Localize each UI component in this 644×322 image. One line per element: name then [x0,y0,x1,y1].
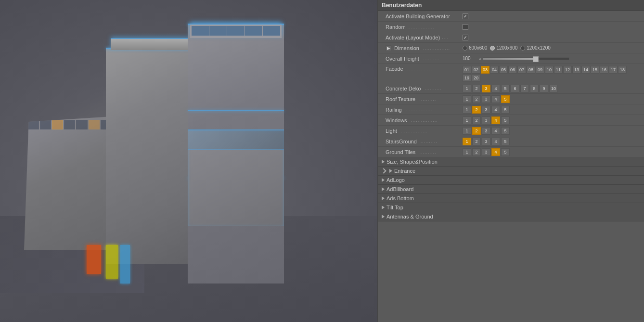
controls-concrete-deko[interactable]: 1 2 3 4 5 6 7 8 9 10 [463,85,558,92]
facade-btn-07[interactable]: 07 [517,66,526,74]
controls-activate-building-generator[interactable] [463,13,468,19]
height-slider-track[interactable] [483,57,569,60]
facade-btn-08[interactable]: 08 [527,66,535,74]
controls-facade[interactable]: 01 02 03 04 05 06 07 08 09 10 11 12 13 1… [463,66,631,82]
controls-railing[interactable]: 1 2 3 4 5 [463,106,510,114]
concrete-btn-8[interactable]: 8 [530,85,539,92]
light-btn-2[interactable]: 2 [472,127,481,135]
height-slider-thumb[interactable] [533,56,539,62]
windows-btn-5[interactable]: 5 [501,116,510,124]
roof-btn-4[interactable]: 4 [491,95,500,103]
row-activate-layout-mode[interactable]: Activate (Layout Mode) .... [378,32,644,43]
row-railing[interactable]: Railing ................ 1 2 3 4 5 [378,104,644,115]
radio-1200x600[interactable]: 1200x600 [490,45,517,51]
tiles-btn-3[interactable]: 3 [482,148,490,156]
stairs-btn-1[interactable]: 1 [463,138,471,145]
controls-roof-texture[interactable]: 1 2 3 4 5 [463,95,510,103]
facade-btn-04[interactable]: 04 [490,66,499,74]
stairs-btn-4[interactable]: 4 [491,138,500,145]
dimension-collapse-btn[interactable]: ▶ [386,45,391,51]
concrete-btn-7[interactable]: 7 [520,85,529,92]
facade-btn-01[interactable]: 01 [463,66,471,74]
section-adbillboard[interactable]: AdBillboard [378,185,644,194]
facade-btn-03[interactable]: 03 [481,66,489,74]
section-adlogo[interactable]: AdLogo [378,176,644,185]
checkbox-activate-building-generator[interactable] [463,13,468,19]
light-btn-1[interactable]: 1 [463,127,471,135]
row-dimension[interactable]: ▶ Dimension ................ 600x600 120… [378,43,644,53]
facade-btn-12[interactable]: 12 [563,66,572,74]
dimension-radio-group[interactable]: 600x600 1200x600 1200x1200 [463,45,551,51]
facade-btn-05[interactable]: 05 [499,66,508,74]
facade-btn-06[interactable]: 06 [508,66,517,74]
facade-btn-17[interactable]: 17 [609,66,618,74]
stairs-btn-2[interactable]: 2 [472,138,481,145]
roof-btn-5[interactable]: 5 [501,95,510,103]
row-facade[interactable]: Facade ................ 01 02 03 04 05 0… [378,64,644,83]
railing-btn-2[interactable]: 2 [472,106,481,114]
3d-viewport[interactable] [0,0,377,322]
railing-btn-1[interactable]: 1 [463,106,471,114]
concrete-btn-4[interactable]: 4 [491,85,500,92]
row-overall-height[interactable]: Overall Height .......... 180 [378,53,644,64]
controls-random[interactable] [463,24,468,30]
radio-600x600[interactable]: 600x600 [463,45,487,51]
railing-btn-5[interactable]: 5 [501,106,510,114]
section-ads-bottom[interactable]: Ads Bottom [378,194,644,203]
row-random[interactable]: Random ................ [378,22,644,32]
facade-btn-09[interactable]: 09 [536,66,544,74]
stairs-btn-3[interactable]: 3 [482,138,490,145]
tiles-btn-4[interactable]: 4 [491,148,500,156]
concrete-btn-1[interactable]: 1 [463,85,471,92]
facade-btn-13[interactable]: 13 [572,66,581,74]
row-stairs-ground[interactable]: StairsGround .......... 1 2 3 4 5 [378,136,644,147]
railing-btn-3[interactable]: 3 [482,106,490,114]
controls-windows[interactable]: 1 2 3 4 5 [463,116,510,124]
row-activate-building-generator[interactable]: Activate Building Generator [378,11,644,22]
tiles-btn-1[interactable]: 1 [463,148,471,156]
concrete-btn-5[interactable]: 5 [501,85,510,92]
row-ground-tiles[interactable]: Ground Tiles .......... 1 2 3 4 5 [378,147,644,157]
light-btn-5[interactable]: 5 [501,127,510,135]
concrete-btn-3[interactable]: 3 [482,85,490,92]
controls-activate-layout-mode[interactable] [463,35,468,40]
windows-btn-1[interactable]: 1 [463,116,471,124]
facade-btn-02[interactable]: 02 [472,66,480,74]
facade-btn-10[interactable]: 10 [545,66,554,74]
concrete-btn-10[interactable]: 10 [549,85,558,92]
roof-btn-2[interactable]: 2 [472,95,481,103]
facade-btn-19[interactable]: 19 [463,74,471,82]
facade-btn-18[interactable]: 18 [618,66,627,74]
facade-btn-14[interactable]: 14 [581,66,590,74]
facade-btn-16[interactable]: 16 [600,66,608,74]
controls-ground-tiles[interactable]: 1 2 3 4 5 [463,148,510,156]
section-size-shape-position[interactable]: Size, Shape&Position [378,157,644,167]
concrete-btn-6[interactable]: 6 [511,85,519,92]
roof-btn-3[interactable]: 3 [482,95,490,103]
railing-btn-4[interactable]: 4 [491,106,500,114]
row-roof-texture[interactable]: Roof Texture .......... 1 2 3 4 5 [378,94,644,104]
light-btn-4[interactable]: 4 [491,127,500,135]
controls-overall-height[interactable]: 180 [463,56,569,61]
radio-1200x1200[interactable]: 1200x1200 [520,45,551,51]
facade-btn-15[interactable]: 15 [591,66,599,74]
row-windows[interactable]: Windows ................ 1 2 3 4 5 [378,115,644,126]
controls-stairs-ground[interactable]: 1 2 3 4 5 [463,138,510,145]
controls-dimension[interactable]: 600x600 1200x600 1200x1200 [463,45,551,51]
windows-btn-3[interactable]: 3 [482,116,490,124]
roof-btn-1[interactable]: 1 [463,95,471,103]
controls-light[interactable]: 1 2 3 4 5 [463,127,510,135]
row-concrete-deko[interactable]: Concrete Deko .......... 1 2 3 4 5 6 7 8… [378,83,644,94]
section-tilt-top[interactable]: Tilt Top [378,203,644,212]
checkbox-random[interactable] [463,24,468,30]
section-entrance[interactable]: Entrance [378,167,644,176]
section-antennas-ground[interactable]: Antennas & Ground [378,212,644,221]
concrete-btn-9[interactable]: 9 [540,85,548,92]
height-step-btn[interactable] [479,58,481,60]
row-light[interactable]: Light ................ 1 2 3 4 5 [378,126,644,136]
concrete-btn-2[interactable]: 2 [472,85,481,92]
light-btn-3[interactable]: 3 [482,127,490,135]
tiles-btn-2[interactable]: 2 [472,148,481,156]
tiles-btn-5[interactable]: 5 [501,148,510,156]
facade-btn-11[interactable]: 11 [554,66,563,74]
